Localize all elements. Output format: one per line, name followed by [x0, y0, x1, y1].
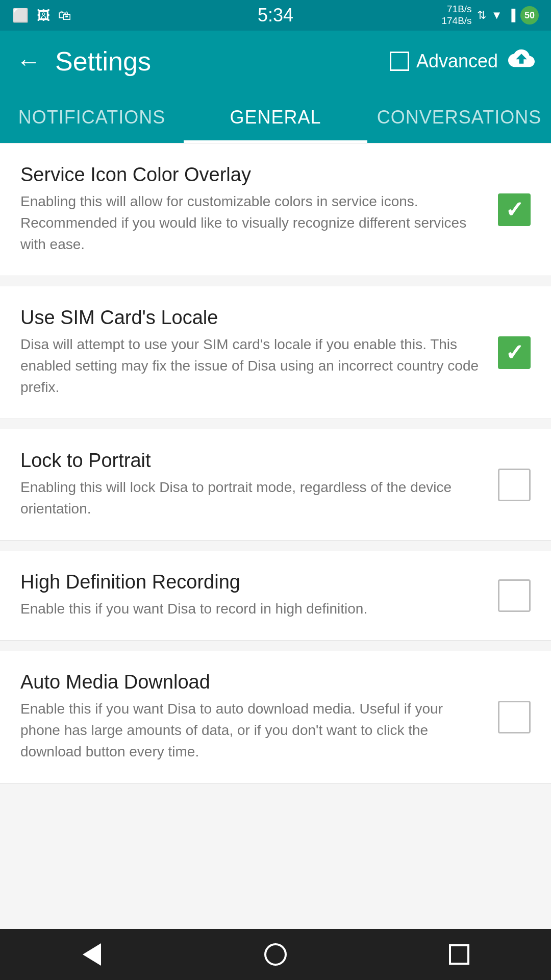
setting-desc-service-icon: Enabling this will allow for customizabl…	[20, 191, 483, 255]
setting-text-lock-portrait: Lock to Portrait Enabling this will lock…	[20, 450, 498, 520]
advanced-label: Advanced	[416, 51, 498, 72]
advanced-option[interactable]: Advanced	[390, 51, 498, 72]
spacer-1	[0, 276, 551, 286]
upload-button[interactable]	[508, 45, 535, 78]
nav-back-button[interactable]	[74, 937, 110, 972]
app-bar: ← Settings Advanced	[0, 31, 551, 92]
setting-title-service-icon: Service Icon Color Overlay	[20, 164, 483, 186]
tab-bar: Notifications General Conversations	[0, 92, 551, 143]
setting-item-lock-portrait[interactable]: Lock to Portrait Enabling this will lock…	[0, 429, 551, 541]
setting-desc-sim-locale: Disa will attempt to use your SIM card's…	[20, 334, 483, 398]
status-time: 5:34	[258, 5, 293, 26]
setting-desc-auto-media: Enable this if you want Disa to auto dow…	[20, 698, 483, 763]
tab-conversations[interactable]: Conversations	[367, 92, 551, 143]
bottom-nav	[0, 929, 551, 980]
status-bar-right: 71B/s 174B/s ⇅ ▼ ▐ 50	[441, 4, 539, 27]
nav-home-icon	[264, 943, 287, 966]
setting-item-service-icon[interactable]: Service Icon Color Overlay Enabling this…	[0, 143, 551, 276]
spacer-2	[0, 419, 551, 429]
spacer-3	[0, 541, 551, 551]
setting-text-service-icon: Service Icon Color Overlay Enabling this…	[20, 164, 498, 255]
battery-icon: 50	[520, 6, 539, 24]
app-bar-right: Advanced	[390, 45, 535, 78]
upload-down-icon: ⇅	[477, 9, 486, 22]
image-icon: 🖼	[37, 8, 50, 23]
setting-item-auto-media[interactable]: Auto Media Download Enable this if you w…	[0, 651, 551, 783]
back-button[interactable]: ←	[16, 47, 41, 76]
advanced-checkbox[interactable]	[390, 52, 409, 71]
setting-title-lock-portrait: Lock to Portrait	[20, 450, 483, 472]
setting-text-sim-locale: Use SIM Card's Locale Disa will attempt …	[20, 307, 498, 398]
tab-general[interactable]: General	[184, 92, 367, 143]
setting-title-hd-recording: High Definition Recording	[20, 571, 483, 593]
checkbox-service-icon[interactable]: ✓	[498, 193, 531, 226]
bag-icon: 🛍	[58, 8, 71, 23]
setting-item-hd-recording[interactable]: High Definition Recording Enable this if…	[0, 551, 551, 641]
setting-item-sim-locale[interactable]: Use SIM Card's Locale Disa will attempt …	[0, 286, 551, 419]
checkmark-icon: ✓	[505, 199, 524, 221]
data-speed: 71B/s 174B/s	[441, 4, 471, 27]
checkbox-auto-media[interactable]	[498, 701, 531, 733]
checkbox-sim-locale[interactable]: ✓	[498, 336, 531, 369]
spacer-4	[0, 641, 551, 651]
signal-icon: ▐	[507, 9, 515, 22]
nav-back-icon	[83, 943, 101, 966]
status-bar-icons: ⬜ 🖼 🛍	[12, 8, 71, 23]
status-bar: ⬜ 🖼 🛍 5:34 71B/s 174B/s ⇅ ▼ ▐ 50	[0, 0, 551, 31]
tab-notifications[interactable]: Notifications	[0, 92, 184, 143]
nav-recents-button[interactable]	[441, 937, 477, 972]
setting-title-auto-media: Auto Media Download	[20, 671, 483, 693]
setting-text-auto-media: Auto Media Download Enable this if you w…	[20, 671, 498, 763]
setting-title-sim-locale: Use SIM Card's Locale	[20, 307, 483, 329]
checkbox-hd-recording[interactable]	[498, 579, 531, 612]
nav-home-button[interactable]	[258, 937, 293, 972]
app-bar-left: ← Settings	[16, 46, 151, 77]
setting-desc-lock-portrait: Enabling this will lock Disa to portrait…	[20, 477, 483, 520]
nav-recents-icon	[449, 944, 469, 965]
checkbox-lock-portrait[interactable]	[498, 469, 531, 501]
settings-content: Service Icon Color Overlay Enabling this…	[0, 143, 551, 856]
page-title: Settings	[55, 46, 151, 77]
setting-text-hd-recording: High Definition Recording Enable this if…	[20, 571, 498, 620]
wifi-icon: ▼	[491, 9, 503, 22]
setting-desc-hd-recording: Enable this if you want Disa to record i…	[20, 598, 483, 620]
checkmark-icon-2: ✓	[505, 341, 524, 364]
content-spacer	[0, 856, 551, 929]
screen-cast-icon: ⬜	[12, 8, 29, 23]
